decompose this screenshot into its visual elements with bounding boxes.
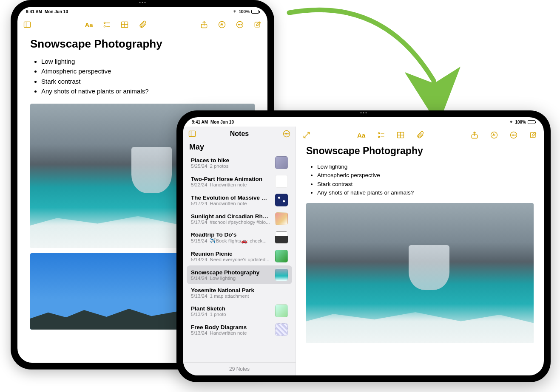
list-item-date: 5/17/24 <box>191 201 207 206</box>
list-item[interactable]: Places to hike5/25/242 photos <box>187 153 292 172</box>
sidebar-more-icon[interactable] <box>282 129 291 138</box>
note-title[interactable]: Snowscape Photography <box>30 37 255 51</box>
list-item-thumbnail <box>275 268 288 281</box>
svg-rect-0 <box>24 22 31 27</box>
list-item-thumbnail <box>275 194 288 206</box>
list-item-date: 5/14/24 <box>191 276 207 281</box>
list-item[interactable]: Roadtrip To Do's5/15/24✈️Book flights🚗: … <box>187 228 292 247</box>
svg-point-34 <box>515 135 516 135</box>
svg-point-4 <box>104 26 105 27</box>
screen-landscape: 9:41 AM Mon Jun 10 ᯤ 100% Notes <box>183 117 544 375</box>
list-item[interactable]: Free Body Diagrams5/13/24Handwritten not… <box>187 320 292 339</box>
note-bullets[interactable]: Low lighting Atmospheric perspective Sta… <box>306 163 534 197</box>
svg-point-20 <box>286 133 287 134</box>
checklist-icon[interactable] <box>376 130 386 140</box>
format-text-icon[interactable]: Aa <box>84 20 94 29</box>
list-item-preview: Need everyone's updated... <box>210 257 269 262</box>
list-item[interactable]: Reunion Picnic5/14/24Need everyone's upd… <box>187 247 292 265</box>
share-icon[interactable] <box>199 20 209 29</box>
status-time: 9:41 AM <box>26 9 42 14</box>
list-item-title: The Evolution of Massive Star... <box>191 195 271 201</box>
format-text-icon[interactable]: Aa <box>357 130 366 140</box>
bullet-item[interactable]: Low lighting <box>317 163 534 171</box>
bullet-item[interactable]: Any shots of native plants or animals? <box>317 189 534 197</box>
svg-point-22 <box>378 133 379 134</box>
note-bullets[interactable]: Low lighting Atmospheric perspective Sta… <box>30 56 255 96</box>
compose-icon[interactable] <box>529 130 538 140</box>
list-item-title: Yosemite National Park <box>191 287 288 293</box>
list-item-title: Plant Sketch <box>191 305 271 312</box>
list-item-preview: Handwritten note <box>210 182 247 187</box>
list-item-title: Roadtrip To Do's <box>191 231 271 238</box>
table-icon[interactable] <box>396 130 405 140</box>
list-item-title: Places to hike <box>191 157 271 164</box>
list-item-preview: 2 photos <box>210 164 228 169</box>
list-item-preview: 1 map attachment <box>210 293 249 299</box>
list-item-preview: ✈️Book flights🚗: check... <box>210 238 266 243</box>
share-icon[interactable] <box>470 130 479 140</box>
note-editor[interactable]: Snowscape Photography Low lighting Atmos… <box>296 144 544 375</box>
note-title[interactable]: Snowscape Photography <box>306 145 534 157</box>
list-item-title: Snowscape Photography <box>191 269 271 276</box>
notes-sidebar: Notes May Places to hike5/25/242 photos … <box>183 127 296 375</box>
list-item-title: Free Body Diagrams <box>191 324 271 330</box>
bullet-item[interactable]: Stark contrast <box>41 76 255 86</box>
sidebar-toggle-icon[interactable] <box>188 129 197 138</box>
wifi-icon: ᯤ <box>510 120 513 124</box>
list-item-title: Reunion Picnic <box>191 251 271 257</box>
status-bar: 9:41 AM Mon Jun 10 ᯤ 100% <box>17 7 267 16</box>
attachment-icon[interactable] <box>415 130 425 140</box>
status-time: 9:41 AM <box>192 120 208 124</box>
list-item-date: 5/15/24 <box>191 238 207 243</box>
bullet-item[interactable]: Low lighting <box>41 56 255 66</box>
list-item[interactable]: Sunlight and Circadian Rhyth...5/17/24#s… <box>187 209 292 228</box>
list-item-date: 5/14/24 <box>191 257 207 262</box>
table-icon[interactable] <box>120 20 129 29</box>
list-item[interactable]: Yosemite National Park5/13/241 map attac… <box>187 284 292 302</box>
sidebar-section-header: May <box>183 139 296 153</box>
list-item-preview: #school #psychology #bio... <box>210 220 270 225</box>
note-photo-waterfall[interactable] <box>306 203 534 343</box>
ipad-landscape: 9:41 AM Mon Jun 10 ᯤ 100% Notes <box>176 110 551 382</box>
battery-percent: 100% <box>239 9 250 14</box>
list-item-selected[interactable]: Snowscape Photography5/14/24Low lighting <box>187 265 292 284</box>
list-item-preview: Handwritten note <box>210 201 247 206</box>
list-item-date: 5/13/24 <box>191 312 207 317</box>
list-item[interactable]: The Evolution of Massive Star...5/17/24H… <box>187 191 292 209</box>
list-item-thumbnail <box>275 250 288 262</box>
list-item-date: 5/13/24 <box>191 330 207 336</box>
more-icon[interactable] <box>235 20 244 29</box>
bullet-item[interactable]: Any shots of native plants or animals? <box>41 86 255 96</box>
list-item-thumbnail <box>275 231 288 244</box>
compose-icon[interactable] <box>253 20 262 29</box>
expand-icon[interactable] <box>302 130 311 140</box>
battery-percent: 100% <box>515 120 526 124</box>
battery-icon <box>528 120 535 124</box>
sidebar-footer-count: 29 Notes <box>183 362 296 375</box>
markup-icon[interactable] <box>489 130 499 140</box>
sidebar-toggle-icon[interactable] <box>23 20 32 29</box>
svg-point-24 <box>378 136 379 138</box>
svg-point-13 <box>239 24 240 25</box>
bullet-item[interactable]: Stark contrast <box>317 180 534 189</box>
list-item-thumbnail <box>275 323 288 336</box>
bullet-item[interactable]: Atmospheric perspective <box>41 66 255 76</box>
attachment-icon[interactable] <box>138 20 147 29</box>
list-item[interactable]: Plant Sketch5/13/241 photo <box>187 302 292 320</box>
list-item[interactable]: Two-Part Horse Animation5/22/24Handwritt… <box>187 172 292 191</box>
list-item-date: 5/22/24 <box>191 182 207 187</box>
checklist-icon[interactable] <box>102 20 111 29</box>
svg-point-14 <box>241 24 242 25</box>
markup-icon[interactable] <box>217 20 227 29</box>
notes-list[interactable]: Places to hike5/25/242 photos Two-Part H… <box>183 153 296 362</box>
list-item-thumbnail <box>275 212 288 225</box>
list-item-thumbnail <box>275 175 288 188</box>
svg-point-2 <box>104 22 105 23</box>
status-date: Mon Jun 10 <box>210 120 234 124</box>
bullet-item[interactable]: Atmospheric perspective <box>317 171 534 180</box>
note-content-pane: Aa <box>296 127 544 375</box>
svg-point-21 <box>288 133 289 134</box>
list-item-date: 5/17/24 <box>191 220 207 225</box>
wifi-icon: ᯤ <box>233 9 237 14</box>
more-icon[interactable] <box>509 130 518 140</box>
